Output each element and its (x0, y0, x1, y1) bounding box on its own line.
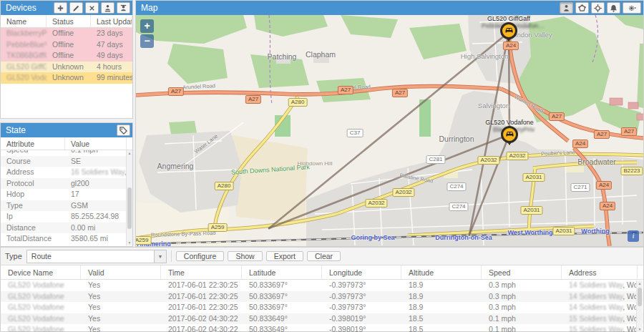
device-marker[interactable] (500, 22, 517, 39)
map-label: Worthing (581, 228, 609, 235)
bell-icon (610, 3, 618, 11)
map-panel-header: Map (136, 1, 643, 15)
road-ref-badge: A27 (338, 86, 353, 94)
report-latitude: 50.833697° (242, 280, 322, 291)
report-row[interactable]: GL520 VodafoneYes2017-06-02 04:30:2250.8… (1, 313, 643, 325)
road-ref-badge: A24 (600, 202, 615, 210)
road-ref-badge: A2032 (477, 156, 499, 165)
state-row[interactable]: Ip85.255.234.98 (1, 211, 132, 223)
state-attribute: Ip (1, 211, 65, 223)
report-speed: 0.3 mph (482, 280, 562, 291)
column-header-longitude[interactable]: Longitude (322, 265, 401, 279)
device-row[interactable]: BlackberryPrivOffline23 days (1, 28, 132, 39)
state-row[interactable]: TypeGSM (1, 200, 132, 212)
column-header-attribute[interactable]: Attribute (1, 137, 65, 150)
road-ref-badge: A280 (215, 182, 234, 190)
add-device-button[interactable] (54, 2, 67, 14)
show-location-button[interactable] (591, 2, 605, 14)
column-header-latitude[interactable]: Latitude (242, 265, 322, 279)
device-marker[interactable] (501, 126, 518, 143)
tracking-app: Devices NameStatusLast Update Blackberry… (0, 0, 644, 332)
state-value: 0.00 mi (65, 223, 127, 234)
show-button[interactable]: Show (228, 251, 262, 261)
column-header-last-update[interactable]: Last Update (91, 15, 132, 27)
zoom-out-button[interactable]: − (140, 34, 154, 48)
configure-button[interactable]: Configure (176, 251, 225, 261)
report-row[interactable]: GL520 VodafoneYes2017-06-02 04:30:2250.8… (1, 324, 643, 332)
report-device-name: GL520 Vodafone (1, 324, 81, 332)
notifications-button[interactable] (607, 2, 620, 14)
report-type-combo[interactable]: Route ▼ (26, 250, 167, 263)
clear-button[interactable]: Clear (307, 251, 341, 261)
road-ref-badge: A27 (168, 87, 184, 96)
column-header-time[interactable]: Time (161, 265, 242, 279)
road-ref-badge: C281 (426, 155, 445, 164)
scroll-up-icon[interactable]: ▲ (127, 150, 132, 156)
geofence-icon (578, 3, 586, 11)
device-status: Offline (47, 39, 91, 51)
report-row[interactable]: GL520 VodafoneYes2017-06-01 22:30:2550.8… (1, 302, 643, 313)
car-icon (504, 24, 514, 36)
map-label: High Salvington (461, 52, 509, 60)
zoom-in-button[interactable]: + (140, 19, 154, 33)
device-row[interactable]: GL520 VodafoneUnknown99 minutes (1, 72, 132, 84)
combo-dropdown-icon[interactable]: ▼ (154, 250, 166, 263)
state-row[interactable]: CourseSE (1, 156, 132, 167)
device-last-update: 23 days (91, 28, 132, 39)
report-device-name: GL520 Vodafone (1, 313, 81, 325)
state-row[interactable]: Address16 Soldiers Way, Worthing, … (1, 167, 132, 178)
report-row[interactable]: GL520 VodafoneYes2017-06-01 22:30:2550.8… (1, 280, 643, 291)
export-button[interactable]: Export (266, 251, 303, 261)
remove-device-button[interactable] (85, 2, 99, 14)
device-last-update: 49 days (91, 50, 132, 62)
road-ref-badge: A259 (208, 223, 228, 232)
device-last-update: 47 days (91, 39, 132, 51)
road-ref-badge: C274 (449, 202, 468, 211)
report-altitude: 18.5 (401, 313, 482, 325)
report-speed: 0.1 mph (482, 324, 562, 332)
state-row[interactable]: Protocolgl200 (1, 178, 132, 190)
report-time: 2017-06-02 04:30:22 (161, 324, 242, 332)
column-header-status[interactable]: Status (47, 15, 91, 27)
geofences-map-button[interactable] (575, 2, 589, 14)
device-row[interactable]: GL520 GiffGaffUnknown4 hours (1, 62, 132, 73)
column-header-address[interactable]: Address (562, 265, 638, 279)
edit-device-button[interactable] (69, 2, 83, 14)
column-header-device-name[interactable]: Device Name (1, 265, 81, 279)
column-header-value[interactable]: Value (65, 137, 127, 150)
attributes-button[interactable] (117, 125, 130, 136)
state-attribute: Address (1, 167, 65, 178)
state-row[interactable]: Distance0.00 mi (1, 223, 132, 234)
map-attribution-button[interactable]: i (628, 230, 639, 242)
state-row[interactable]: Hdop17 (1, 189, 132, 200)
devices-rows: BlackberryPrivOffline23 daysPebbleBlueVo… (1, 28, 132, 84)
device-row[interactable]: PebbleBlueVodafon…Offline47 days (1, 39, 132, 51)
scroll-down-icon[interactable]: ▼ (637, 326, 643, 332)
follow-device-button[interactable] (560, 2, 573, 14)
state-scroll-thumb[interactable] (127, 187, 132, 229)
state-scrollbar[interactable]: ▲ ▼ (126, 150, 132, 245)
scroll-up-icon[interactable]: ▲ (637, 280, 643, 286)
scroll-down-icon[interactable]: ▼ (127, 240, 132, 245)
map-canvas[interactable]: + − i PatchingClaphamAngmeringDurrington… (136, 15, 643, 246)
send-command-button[interactable] (117, 2, 130, 14)
column-header-name[interactable]: Name (1, 15, 47, 27)
column-header-valid[interactable]: Valid (81, 265, 161, 279)
state-row[interactable]: TotalDistance3580.65 mi (1, 233, 132, 245)
column-header-speed[interactable]: Speed (482, 265, 562, 279)
column-header-altitude[interactable]: Altitude (401, 265, 482, 279)
device-name: GL520 Vodafone (1, 72, 47, 84)
map-label: Durrington (439, 135, 474, 143)
settings-menu-button[interactable] (623, 2, 641, 14)
car-icon (505, 128, 514, 140)
report-address: 15 Soldiers Way, Worthing, England,.. (562, 324, 638, 332)
report-row[interactable]: GL520 VodafoneYes2017-06-01 22:30:2550.8… (1, 291, 643, 303)
geofences-button[interactable] (101, 2, 114, 14)
report-scroll-thumb[interactable] (638, 288, 642, 306)
road-ref-badge: A2032 (392, 188, 414, 197)
device-row[interactable]: TK0868GiffGaffOffline49 days (1, 50, 132, 62)
state-row[interactable]: Speed0.1 mph (1, 150, 132, 156)
person-pin-icon (562, 3, 570, 11)
report-address: 14 Soldiers Way, Worthing, England,.. (562, 302, 638, 313)
report-scrollbar[interactable]: ▲ ▼ (636, 280, 643, 332)
